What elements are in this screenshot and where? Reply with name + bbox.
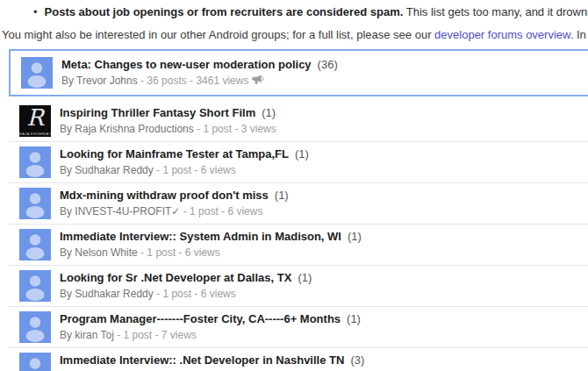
bullet-point: • [33,5,38,18]
notice-line2-text: You might also be interested in our othe… [2,28,434,41]
thread-byline: By Nelson White - 1 post - 6 views [60,246,588,260]
thread-author: By Raja Krishna Productions [60,123,194,135]
thread-post-count: (1) [275,189,289,202]
thread-list: Meta: Changes to new-user moderation pol… [0,49,588,371]
thread-post-count: (1) [295,147,309,161]
thread-post-count: (1) [347,312,361,325]
thread-author: By kiran Toj [60,329,114,341]
notice-second-line: You might also be interested in our othe… [2,28,588,41]
thread-text: Immediate Interview:: .Net Developer in … [60,353,588,371]
thread-author: By INVEST-4U-PROFIT✓ [60,205,180,218]
thread-row[interactable]: Looking for Sr .Net Developer at Dallas,… [9,266,588,307]
thread-author: By Sudhakar Reddy [60,288,154,300]
thread-text: Looking for Mainframe Tester at Tampa,FL… [60,146,588,177]
thread-byline: By kiran Toj - 1 post - 7 views [60,329,588,342]
thread-text: Inspiring Thriller Fantasy Short Film(1)… [60,105,588,136]
default-user-avatar-icon [19,270,51,302]
default-user-avatar-icon [19,311,51,343]
default-user-avatar-icon [19,188,51,219]
thread-row[interactable]: Program Manager-------Foster City, CA---… [9,307,588,348]
thread-row[interactable]: Looking for Mainframe Tester at Tampa,FL… [9,142,588,183]
thread-byline: By Raja Krishna Productions - 1 post - 3… [60,123,588,136]
thread-title[interactable]: Immediate Interview:: System Admin in Ma… [60,230,341,243]
thread-text: Immediate Interview:: System Admin in Ma… [60,229,588,260]
thread-row[interactable]: R RAJA KRISHNA PRODUCTIONS Inspiring Thr… [9,101,588,142]
thread-byline: By Sudhakar Reddy - 1 post - 6 views [60,164,588,177]
thread-meta: - 1 post - 6 views [154,164,236,176]
thread-title[interactable]: Immediate Interview:: .Net Developer in … [60,353,344,367]
thread-text: Meta: Changes to new-user moderation pol… [61,57,588,89]
thread-row[interactable]: Immediate Interview:: .Net Developer in … [9,348,588,371]
producer-logo-avatar: R RAJA KRISHNA PRODUCTIONS [19,105,51,137]
thread-row[interactable]: Immediate Interview:: System Admin in Ma… [9,225,588,266]
thread-author: By Sudhakar Reddy [60,164,154,176]
thread-text: Looking for Sr .Net Developer at Dallas,… [60,270,588,301]
thread-post-count: (1) [262,106,276,119]
thread-meta: - 1 post - 6 views [180,205,262,218]
thread-meta: - 36 posts - 3461 views [138,75,249,87]
thread-meta: - 1 post - 7 views [114,329,197,341]
thread-byline: By Sudhakar Reddy - 1 post - 6 views [60,288,588,301]
thread-post-count: (1) [348,230,362,243]
thread-title[interactable]: Mdx-mining withdraw proof don't miss [60,189,269,202]
thread-post-count: (36) [318,58,338,71]
thread-post-count: (3) [350,353,364,367]
logo-letter: R [19,105,51,131]
default-user-avatar-icon [21,57,53,89]
notice-bold-text: Posts about job openings or from recruit… [45,5,404,18]
thread-author: By Trevor Johns [61,75,138,87]
thread-title[interactable]: Program Manager-------Foster City, CA---… [60,312,341,325]
thread-title[interactable]: Looking for Sr .Net Developer at Dallas,… [60,271,291,284]
thread-row[interactable]: Mdx-mining withdraw proof don't miss(1) … [9,183,588,225]
thread-byline: By Trevor Johns - 36 posts - 3461 views [61,75,588,89]
announcement-megaphone-icon [252,75,264,89]
thread-title[interactable]: Looking for Mainframe Tester at Tampa,FL [60,147,289,161]
default-user-avatar-icon [19,146,51,178]
thread-meta: - 1 post - 6 views [154,288,236,300]
thread-byline: By INVEST-4U-PROFIT✓ - 1 post - 6 views [60,205,588,218]
thread-title[interactable]: Inspiring Thriller Fantasy Short Film [60,106,255,119]
default-user-avatar-icon [19,229,51,260]
thread-meta: - 1 post - 3 views [194,123,276,135]
logo-caption: RAJA KRISHNA PRODUCTIONS [19,132,51,136]
default-user-avatar-icon [19,353,51,371]
thread-meta: - 1 post - 6 views [138,246,220,259]
thread-author: By Nelson White [60,246,138,259]
thread-title[interactable]: Meta: Changes to new-user moderation pol… [61,58,312,71]
thread-row[interactable]: Meta: Changes to new-user moderation pol… [9,49,588,96]
notice-bullet-line: •Posts about job openings or from recrui… [33,5,588,18]
developer-forums-overview-link[interactable]: developer forums overview [434,28,570,41]
thread-text: Program Manager-------Foster City, CA---… [60,311,588,342]
notice-line2-after: . In par [570,28,588,41]
notice-rest-text: This list gets too many, and it drowns o… [403,5,588,18]
thread-text: Mdx-mining withdraw proof don't miss(1) … [60,188,588,218]
thread-post-count: (1) [298,271,312,284]
group-notice: •Posts about job openings or from recrui… [0,0,588,41]
